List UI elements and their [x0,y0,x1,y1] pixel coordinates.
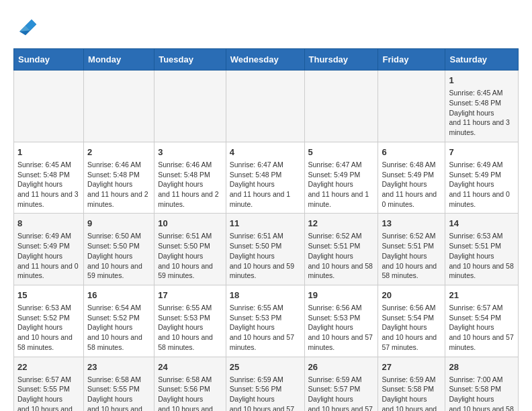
logo [13,13,42,38]
day-number: 1 [449,75,515,87]
day-number: 11 [230,218,301,230]
day-number: 7 [449,146,515,158]
day-number: 18 [230,289,301,302]
day-cell-24: 24Sunrise: 6:58 AMSunset: 5:56 PMDayligh… [154,357,226,411]
day-cell-28: 28Sunrise: 7:00 AMSunset: 5:58 PMDayligh… [445,357,519,411]
day-number: 1 [17,146,80,158]
day-number: 28 [449,361,515,373]
day-cell-13: 13Sunrise: 6:52 AMSunset: 5:51 PMDayligh… [378,214,445,285]
empty-cell [304,71,378,142]
day-number: 12 [308,218,375,230]
empty-cell [154,71,226,142]
day-number: 26 [308,361,375,373]
day-cell-7: 7Sunrise: 6:49 AMSunset: 5:49 PMDaylight… [445,142,519,214]
logo-icon [13,13,38,38]
day-cell-27: 27Sunrise: 6:59 AMSunset: 5:58 PMDayligh… [378,357,445,411]
day-number: 22 [17,361,80,373]
calendar-row: 1Sunrise: 6:45 AMSunset: 5:48 PMDaylight… [14,142,519,214]
day-cell-6: 6Sunrise: 6:48 AMSunset: 5:49 PMDaylight… [378,142,445,214]
empty-cell [226,71,304,142]
day-cell-10: 10Sunrise: 6:51 AMSunset: 5:50 PMDayligh… [154,214,226,285]
day-cell-21: 21Sunrise: 6:57 AMSunset: 5:54 PMDayligh… [445,285,519,357]
day-number: 5 [308,146,375,158]
header-thursday: Thursday [304,49,378,71]
header-tuesday: Tuesday [154,49,226,71]
day-cell-14: 14Sunrise: 6:53 AMSunset: 5:51 PMDayligh… [445,214,519,285]
day-number: 13 [382,218,441,230]
day-cell-17: 17Sunrise: 6:55 AMSunset: 5:53 PMDayligh… [154,285,226,357]
day-cell-20: 20Sunrise: 6:56 AMSunset: 5:54 PMDayligh… [378,285,445,357]
day-cell-12: 12Sunrise: 6:52 AMSunset: 5:51 PMDayligh… [304,214,378,285]
empty-cell [378,71,445,142]
day-cell-11: 11Sunrise: 6:51 AMSunset: 5:50 PMDayligh… [226,214,304,285]
header-wednesday: Wednesday [226,49,304,71]
day-number: 14 [449,218,515,230]
day-number: 27 [382,361,441,373]
header-saturday: Saturday [445,49,519,71]
day-cell-9: 9Sunrise: 6:50 AMSunset: 5:50 PMDaylight… [84,214,154,285]
day-number: 8 [17,218,80,230]
day-number: 9 [87,218,150,230]
day-cell-1: 1Sunrise: 6:45 AMSunset: 5:48 PMDaylight… [14,142,84,214]
day-cell-1: 1Sunrise: 6:45 AMSunset: 5:48 PMDaylight… [445,71,519,142]
header-sunday: Sunday [14,49,84,71]
day-number: 24 [158,361,222,373]
day-number: 10 [158,218,222,230]
empty-cell [84,71,154,142]
day-cell-3: 3Sunrise: 6:46 AMSunset: 5:48 PMDaylight… [154,142,226,214]
day-number: 6 [382,146,441,158]
day-number: 25 [230,361,301,373]
day-cell-4: 4Sunrise: 6:47 AMSunset: 5:48 PMDaylight… [226,142,304,214]
calendar-row: 1Sunrise: 6:45 AMSunset: 5:48 PMDaylight… [14,71,519,142]
day-cell-16: 16Sunrise: 6:54 AMSunset: 5:52 PMDayligh… [84,285,154,357]
day-number: 21 [449,289,515,302]
day-cell-26: 26Sunrise: 6:59 AMSunset: 5:57 PMDayligh… [304,357,378,411]
day-cell-25: 25Sunrise: 6:59 AMSunset: 5:56 PMDayligh… [226,357,304,411]
day-cell-5: 5Sunrise: 6:47 AMSunset: 5:49 PMDaylight… [304,142,378,214]
header-monday: Monday [84,49,154,71]
day-cell-15: 15Sunrise: 6:53 AMSunset: 5:52 PMDayligh… [14,285,84,357]
day-cell-18: 18Sunrise: 6:55 AMSunset: 5:53 PMDayligh… [226,285,304,357]
day-cell-2: 2Sunrise: 6:46 AMSunset: 5:48 PMDaylight… [84,142,154,214]
day-number: 15 [17,289,80,302]
day-cell-8: 8Sunrise: 6:49 AMSunset: 5:49 PMDaylight… [14,214,84,285]
calendar-row: 15Sunrise: 6:53 AMSunset: 5:52 PMDayligh… [14,285,519,357]
day-number: 23 [87,361,150,373]
day-number: 20 [382,289,441,302]
calendar-table: SundayMondayTuesdayWednesdayThursdayFrid… [13,48,519,411]
day-number: 3 [158,146,222,158]
day-number: 19 [308,289,375,302]
day-cell-22: 22Sunrise: 6:57 AMSunset: 5:55 PMDayligh… [14,357,84,411]
day-cell-19: 19Sunrise: 6:56 AMSunset: 5:53 PMDayligh… [304,285,378,357]
day-number: 16 [87,289,150,302]
day-cell-23: 23Sunrise: 6:58 AMSunset: 5:55 PMDayligh… [84,357,154,411]
calendar-header-row: SundayMondayTuesdayWednesdayThursdayFrid… [14,49,519,71]
header-friday: Friday [378,49,445,71]
day-number: 17 [158,289,222,302]
day-number: 4 [230,146,301,158]
calendar-row: 22Sunrise: 6:57 AMSunset: 5:55 PMDayligh… [14,357,519,411]
day-number: 2 [87,146,150,158]
empty-cell [14,71,84,142]
calendar-row: 8Sunrise: 6:49 AMSunset: 5:49 PMDaylight… [14,214,519,285]
page-header [13,13,519,38]
